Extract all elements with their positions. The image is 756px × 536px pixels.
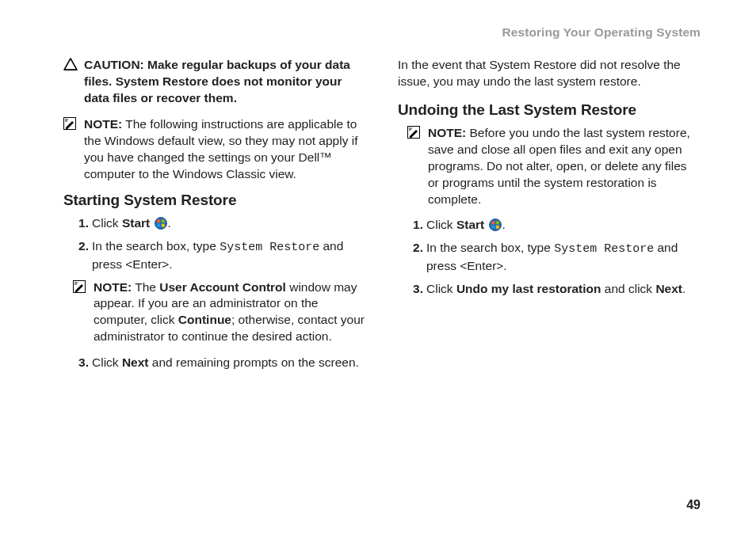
start-orb-icon xyxy=(155,217,167,230)
text-fragment: The xyxy=(132,280,159,294)
text-fragment: . xyxy=(168,216,171,230)
note-label: NOTE: xyxy=(94,280,132,294)
text-fragment: In the search box, type xyxy=(92,239,220,253)
text-fragment: and click xyxy=(601,282,655,295)
svg-point-5 xyxy=(161,224,164,227)
page-header: Restoring Your Operating System xyxy=(63,25,701,40)
svg-point-2 xyxy=(157,219,160,222)
list-item: 2. In the search box, type System Restor… xyxy=(73,238,366,272)
text-fragment: and remaining prompts on the screen. xyxy=(149,355,359,369)
svg-point-12 xyxy=(495,226,498,229)
note-block-2: NOTE: The User Account Control window ma… xyxy=(73,279,366,346)
item-number: 2. xyxy=(73,238,92,255)
note-text: Before you undo the last system restore,… xyxy=(428,126,690,206)
code-text: System Restore xyxy=(554,242,654,256)
item-number: 2. xyxy=(407,240,426,257)
bold-text: Next xyxy=(655,282,682,295)
note-block-1: NOTE: The following instructions are app… xyxy=(63,116,366,183)
heading-starting-system-restore: Starting System Restore xyxy=(63,192,366,209)
item-number: 3. xyxy=(73,355,92,371)
page-number: 49 xyxy=(686,498,701,512)
item-number: 1. xyxy=(73,215,92,232)
note-label: NOTE: xyxy=(84,117,122,131)
pencil-note-icon xyxy=(63,117,76,130)
bold-text: User Account Control xyxy=(159,280,286,294)
bold-text: Next xyxy=(122,355,149,369)
pencil-note-icon xyxy=(407,126,420,139)
note-block-3: NOTE: Before you undo the last system re… xyxy=(407,125,701,208)
list-item: 3. Click Undo my last restoration and cl… xyxy=(407,281,701,298)
list-item: 2. In the search box, type System Restor… xyxy=(407,240,701,274)
note-label: NOTE: xyxy=(428,126,466,139)
code-text: System Restore xyxy=(220,241,319,254)
svg-point-9 xyxy=(491,221,494,224)
intro-paragraph: In the event that System Restore did not… xyxy=(398,57,701,90)
text-fragment xyxy=(484,218,487,231)
text-fragment: . xyxy=(682,282,685,295)
pencil-note-icon xyxy=(73,280,86,293)
text-fragment: . xyxy=(502,218,506,231)
heading-undoing-last-restore: Undoing the Last System Restore xyxy=(398,101,701,119)
text-fragment: Click xyxy=(426,282,456,295)
item-number: 3. xyxy=(407,281,426,298)
text-fragment xyxy=(150,216,153,230)
text-fragment: Click xyxy=(92,355,122,369)
svg-point-11 xyxy=(491,226,494,229)
svg-point-8 xyxy=(489,219,501,231)
list-item: 1. Click Start . xyxy=(73,215,366,232)
right-column: In the event that System Restore did not… xyxy=(398,57,701,378)
list-item: 1. Click Start . xyxy=(407,217,701,234)
text-fragment: Click xyxy=(92,216,122,230)
svg-point-1 xyxy=(155,218,166,230)
bold-text: Undo my last restoration xyxy=(456,282,601,295)
svg-point-3 xyxy=(161,219,164,222)
start-label: Start xyxy=(456,218,484,231)
bold-text: Continue xyxy=(178,313,231,326)
two-column-layout: CAUTION: Make regular backups of your da… xyxy=(63,57,701,378)
caution-block: CAUTION: Make regular backups of your da… xyxy=(63,57,366,107)
note-text: The following instructions are applicabl… xyxy=(84,117,357,181)
start-label: Start xyxy=(122,216,150,230)
text-fragment: In the search box, type xyxy=(426,241,554,254)
start-orb-icon xyxy=(489,219,502,231)
caution-label: CAUTION: xyxy=(84,58,144,71)
item-number: 1. xyxy=(407,217,426,234)
text-fragment: Click xyxy=(426,218,456,231)
page: Restoring Your Operating System CAUTION:… xyxy=(0,0,756,536)
caution-icon xyxy=(63,58,78,70)
left-column: CAUTION: Make regular backups of your da… xyxy=(63,57,366,378)
list-item: 3. Click Next and remaining prompts on t… xyxy=(73,355,366,371)
svg-point-10 xyxy=(495,221,498,224)
svg-point-4 xyxy=(157,224,160,227)
